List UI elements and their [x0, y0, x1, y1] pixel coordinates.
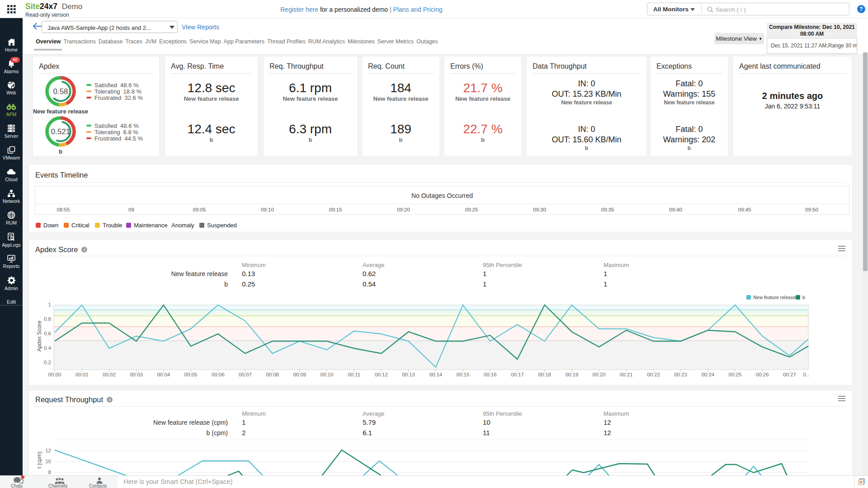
svg-text:0.521: 0.521: [51, 127, 71, 136]
svg-text:0.58: 0.58: [53, 87, 68, 96]
